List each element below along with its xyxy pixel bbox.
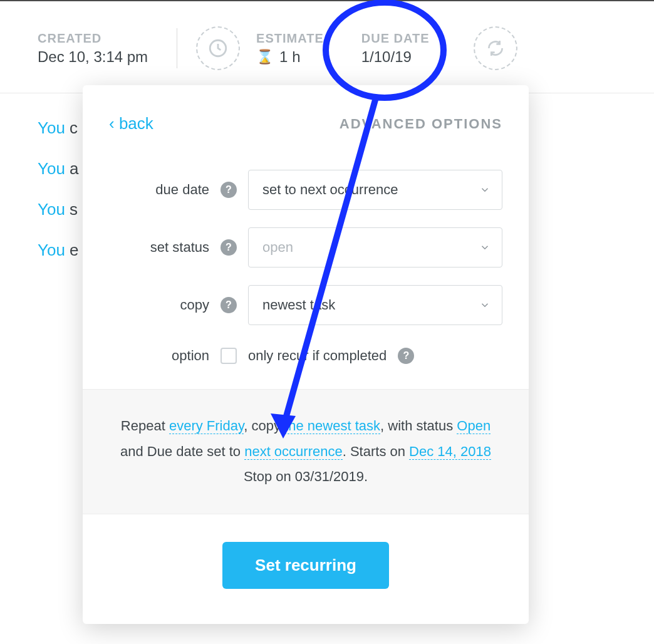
divider [177,28,177,68]
task-meta-bar: CREATED Dec 10, 3:14 pm ESTIMATE ⌛ 1 h D… [0,0,654,93]
summary-text: Stop on 03/31/2019. [244,469,368,484]
recurrence-summary: Repeat every Friday, copy the newest tas… [83,389,529,514]
activity-actor: You [38,159,65,178]
only-recur-if-completed-checkbox[interactable] [221,348,237,364]
estimate-block: ESTIMATE ⌛ 1 h [256,31,324,66]
set-status-select-value: open [262,239,293,255]
summary-due-link[interactable]: next occurrence [244,444,343,460]
due-date-select-value: set to next occurrence [262,182,398,197]
set-recurring-button[interactable]: Set recurring [222,542,389,589]
panel-title: ADVANCED OPTIONS [340,116,502,132]
activity-fragment: e [70,241,78,259]
due-date-block[interactable]: DUE DATE 1/10/19 [361,31,430,66]
summary-text: Repeat [121,418,169,434]
created-label: CREATED [38,31,148,46]
help-icon[interactable]: ? [221,182,237,198]
advanced-options-form: due date ? set to next occurrence set st… [83,140,529,389]
option-field-label: option [109,348,209,364]
copy-select-value: newest task [262,297,335,313]
due-date-field-label: due date [109,182,209,198]
chevron-down-icon [479,184,490,195]
option-text: only recur if completed [248,348,387,364]
chevron-down-icon [479,242,490,253]
summary-text: . Starts on [343,444,409,459]
hourglass-icon: ⌛ [256,50,273,64]
chevron-down-icon [479,299,490,311]
help-icon[interactable]: ? [221,239,237,256]
help-icon[interactable]: ? [398,348,414,364]
activity-fragment: s [70,200,78,219]
copy-select[interactable]: newest task [248,285,502,325]
summary-frequency-link[interactable]: every Friday [169,418,244,434]
created-value: Dec 10, 3:14 pm [38,48,148,66]
activity-fragment: a [70,159,78,178]
clock-icon[interactable] [196,26,240,70]
summary-status-link[interactable]: Open [457,418,490,434]
activity-actor: You [38,200,65,219]
back-button[interactable]: ‹ back [109,114,153,133]
due-date-value: 1/10/19 [361,48,430,66]
created-block: CREATED Dec 10, 3:14 pm [38,31,148,66]
chevron-left-icon: ‹ [109,114,119,133]
estimate-label: ESTIMATE [256,31,324,46]
due-date-select[interactable]: set to next occurrence [248,170,502,210]
summary-text: , copy [244,418,284,434]
summary-start-link[interactable]: Dec 14, 2018 [409,444,491,460]
activity-actor: You [38,241,65,259]
help-icon[interactable]: ? [221,297,237,313]
summary-copy-link[interactable]: the newest task [284,418,380,434]
recurring-advanced-panel: ‹ back ADVANCED OPTIONS due date ? set t… [83,85,529,624]
due-date-label: DUE DATE [361,31,430,46]
set-status-select[interactable]: open [248,227,502,267]
copy-field-label: copy [109,297,209,313]
summary-text: , with status [380,418,457,434]
activity-fragment: c [70,118,78,137]
set-status-field-label: set status [109,239,209,256]
activity-actor: You [38,118,65,137]
recur-icon[interactable] [474,26,517,70]
summary-text: and Due date set to [120,444,244,459]
back-label: back [119,114,153,133]
estimate-value: 1 h [279,48,300,66]
